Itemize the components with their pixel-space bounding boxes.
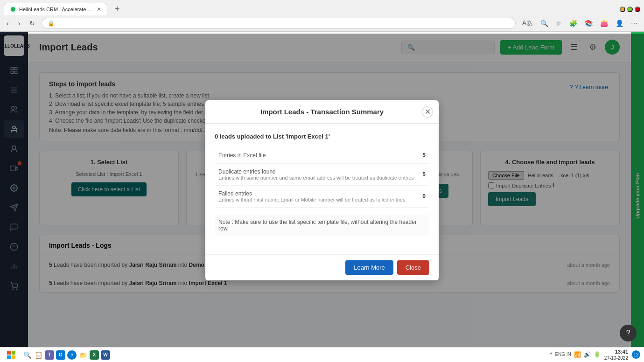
modal-overlay: Import Leads - Transaction Summary ✕ 0 l… — [0, 34, 644, 347]
row-2-sub: Entries with same number and same email … — [218, 175, 415, 181]
row-3-sub: Entries without First name, Email or Mob… — [218, 197, 415, 202]
new-tab-button[interactable]: + — [111, 4, 124, 14]
forward-button[interactable]: › — [15, 18, 23, 29]
favorites-icon[interactable]: ☆ — [553, 17, 565, 29]
taskbar-files[interactable]: 📁 — [78, 350, 88, 360]
maximize-button[interactable] — [627, 7, 633, 12]
profile-icon[interactable]: 👤 — [613, 17, 626, 29]
taskbar-right: ^ ENG IN 📶 🔊 🔋 13:41 27-10-2022 12 — [550, 348, 640, 360]
taskbar-teams[interactable]: T — [45, 350, 54, 360]
close-modal-button[interactable]: Close — [397, 260, 429, 275]
translate-icon[interactable]: Aあ — [519, 17, 536, 29]
table-row-2: Duplicate entries found Entries with sam… — [215, 164, 429, 186]
volume-icon: 🔊 — [584, 351, 591, 358]
row-3-label-cell: Failed entries Entries without First nam… — [215, 186, 419, 208]
row-3-value: 0 — [419, 186, 429, 208]
svg-rect-29 — [12, 355, 15, 359]
back-button[interactable]: ‹ — [4, 18, 12, 29]
taskbar-chevron[interactable]: ^ — [550, 351, 553, 358]
modal-title: Import Leads - Transaction Summary — [260, 108, 384, 116]
svg-rect-27 — [12, 351, 15, 355]
help-bubble[interactable]: ? — [620, 325, 637, 341]
lead-count-text: leads uploaded to List 'Import Excel 1' — [220, 133, 330, 140]
taskbar-excel[interactable]: X — [90, 350, 99, 360]
row-1-label: Entries in Excel file — [215, 147, 419, 164]
modal-body: 0 leads uploaded to List 'Import Excel 1… — [205, 124, 439, 254]
bookmarks-icon[interactable]: 📚 — [582, 17, 595, 29]
modal-close-button[interactable]: ✕ — [422, 106, 433, 118]
row-3-label: Failed entries — [218, 190, 415, 197]
svg-rect-26 — [7, 351, 11, 355]
browser-tab[interactable]: HelloLeads CRM | Accelerate You ✕ — [4, 3, 107, 15]
modal: Import Leads - Transaction Summary ✕ 0 l… — [205, 100, 439, 280]
row-2-label: Duplicate entries found — [218, 168, 415, 175]
tab-close-button[interactable]: ✕ — [97, 6, 101, 13]
taskbar-edge[interactable]: e — [67, 350, 77, 360]
taskbar-apps: 🔍 📋 T O e 📁 X W — [22, 350, 110, 360]
window-controls — [620, 7, 640, 12]
close-button[interactable] — [635, 7, 640, 12]
row-1-value: 5 — [419, 147, 429, 164]
taskbar: 🔍 📋 T O e 📁 X W ^ ENG IN 📶 🔊 🔋 13:41 27-… — [0, 347, 644, 360]
learn-more-button[interactable]: Learn More — [345, 260, 393, 275]
taskbar-search[interactable]: 🔍 — [22, 350, 32, 360]
modal-footer: Learn More Close — [205, 254, 439, 280]
lead-count-number: 0 — [215, 133, 218, 140]
svg-point-0 — [11, 7, 15, 12]
tab-favicon — [10, 6, 16, 13]
row-2-label-cell: Duplicate entries found Entries with sam… — [215, 164, 419, 186]
clock: 13:41 — [604, 348, 628, 355]
taskbar-outlook[interactable]: O — [56, 350, 65, 360]
taskbar-time: 13:41 27-10-2022 — [604, 348, 628, 360]
modal-header: Import Leads - Transaction Summary ✕ — [205, 100, 439, 124]
row-2-value: 5 — [419, 164, 429, 186]
table-row-3: Failed entries Entries without First nam… — [215, 186, 429, 208]
minimize-button[interactable] — [620, 7, 625, 12]
wallet-icon[interactable]: 👛 — [597, 17, 611, 29]
reload-button[interactable]: ↻ — [27, 18, 38, 29]
battery-icon: 🔋 — [594, 351, 601, 358]
modal-note: Note : Make sure to use the list specifi… — [215, 215, 429, 236]
notification-badge[interactable]: 12 — [632, 350, 640, 359]
svg-rect-28 — [7, 355, 11, 359]
taskbar-task-view[interactable]: 📋 — [34, 350, 43, 360]
search-icon[interactable]: 🔍 — [538, 17, 551, 29]
taskbar-lang: ENG IN — [555, 352, 571, 357]
modal-lead-count: 0 leads uploaded to List 'Import Excel 1… — [215, 133, 429, 140]
start-button[interactable] — [4, 349, 19, 361]
taskbar-word[interactable]: W — [101, 350, 110, 360]
wifi-icon: 📶 — [574, 351, 581, 358]
menu-icon[interactable]: ⋯ — [628, 17, 640, 29]
date: 27-10-2022 — [604, 355, 628, 360]
system-icons: ^ ENG IN 📶 🔊 🔋 — [550, 351, 601, 358]
address-bar: 🔒 https://app.helloleads.io/index.php/ap… — [42, 18, 515, 29]
modal-summary-table: Entries in Excel file 5 Duplicate entrie… — [215, 147, 429, 208]
url-input[interactable]: https://app.helloleads.io/index.php/app/… — [58, 20, 509, 27]
tab-title: HelloLeads CRM | Accelerate You — [19, 7, 94, 12]
table-row-1: Entries in Excel file 5 — [215, 147, 429, 164]
extensions-icon[interactable]: 🧩 — [567, 17, 580, 29]
